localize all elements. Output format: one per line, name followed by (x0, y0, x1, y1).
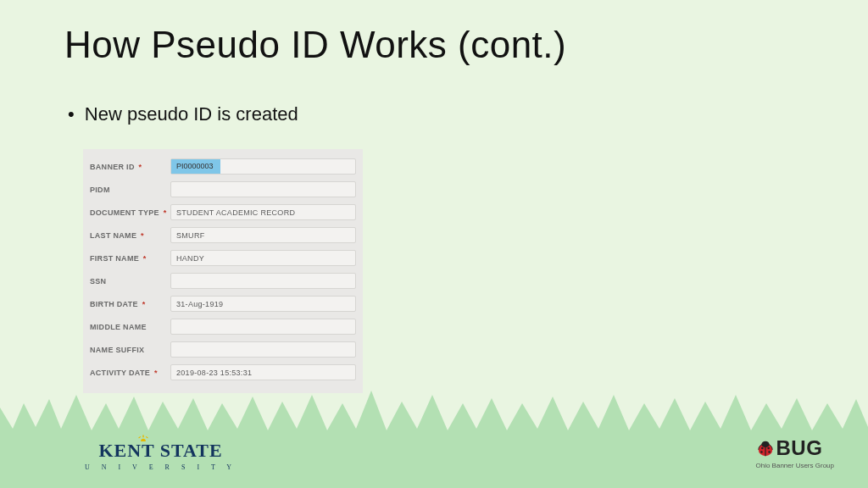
kent-sub-text: U N I V E R S I T Y (85, 463, 236, 471)
required-asterisk: * (152, 369, 158, 377)
form-row: SSN (90, 270, 356, 291)
obug-sub-text: Ohio Banner Users Group (756, 462, 835, 469)
field-value[interactable]: 31-Aug-1919 (170, 296, 356, 312)
kent-state-logo: KENT STATE U N I V E R S I T Y (85, 440, 236, 471)
svg-point-9 (760, 451, 763, 453)
kent-main-text: KENT STATE (85, 440, 236, 462)
required-asterisk: * (141, 254, 147, 263)
field-value[interactable]: HANDY (170, 250, 356, 266)
form-row: MIDDLE NAME (90, 316, 356, 337)
field-value[interactable]: STUDENT ACADEMIC RECORD (170, 204, 356, 220)
field-label: ACTIVITY DATE * (90, 369, 170, 377)
required-asterisk: * (140, 300, 146, 308)
bullet-line: • New pseudo ID is created (68, 103, 298, 125)
svg-point-0 (141, 439, 146, 441)
bullet-text: New pseudo ID is created (85, 103, 298, 125)
field-label: SSN (90, 277, 170, 286)
form-row: ACTIVITY DATE *2019-08-23 15:53:31 (90, 362, 356, 383)
form-row: BANNER ID *PI0000003 (90, 156, 356, 177)
form-panel: BANNER ID *PI0000003PIDMDOCUMENT TYPE *S… (83, 149, 363, 393)
field-value[interactable] (170, 273, 356, 289)
svg-point-10 (768, 451, 771, 453)
form-row: FIRST NAME *HANDY (90, 247, 356, 269)
form-row: DOCUMENT TYPE *STUDENT ACADEMIC RECORD (90, 202, 356, 223)
field-label: MIDDLE NAME (90, 323, 170, 331)
form-row: NAME SUFFIX (90, 339, 356, 360)
field-label: NAME SUFFIX (90, 346, 170, 354)
field-value-text: PI0000003 (171, 159, 220, 174)
field-label: PIDM (90, 186, 170, 194)
field-value[interactable]: PI0000003 (170, 158, 356, 175)
svg-rect-2 (138, 436, 141, 438)
required-asterisk: * (136, 163, 142, 171)
field-value[interactable] (170, 181, 356, 197)
ladybug-icon (756, 439, 775, 458)
field-label: FIRST NAME * (90, 254, 170, 263)
bullet-dot: • (68, 103, 75, 125)
slide-title: How Pseudo ID Works (cont.) (64, 24, 566, 66)
field-label: LAST NAME * (90, 231, 170, 240)
field-value[interactable] (170, 319, 356, 335)
field-value[interactable] (170, 341, 356, 358)
field-label: BANNER ID * (90, 163, 170, 171)
field-label: BIRTH DATE * (90, 300, 170, 308)
svg-rect-3 (146, 436, 148, 438)
required-asterisk: * (161, 208, 167, 217)
field-value[interactable]: SMURF (170, 227, 356, 243)
required-asterisk: * (138, 231, 144, 240)
form-row: PIDM (90, 179, 356, 200)
sun-icon (137, 435, 149, 441)
field-value[interactable]: 2019-08-23 15:53:31 (170, 364, 356, 380)
svg-point-8 (767, 447, 770, 450)
obug-main-text: BUG (776, 436, 823, 460)
svg-rect-1 (142, 435, 143, 438)
obug-logo: BUG Ohio Banner Users Group (756, 436, 835, 469)
svg-point-7 (761, 447, 764, 450)
field-label: DOCUMENT TYPE * (90, 208, 170, 217)
form-row: BIRTH DATE *31-Aug-1919 (90, 293, 356, 314)
form-row: LAST NAME *SMURF (90, 225, 356, 246)
